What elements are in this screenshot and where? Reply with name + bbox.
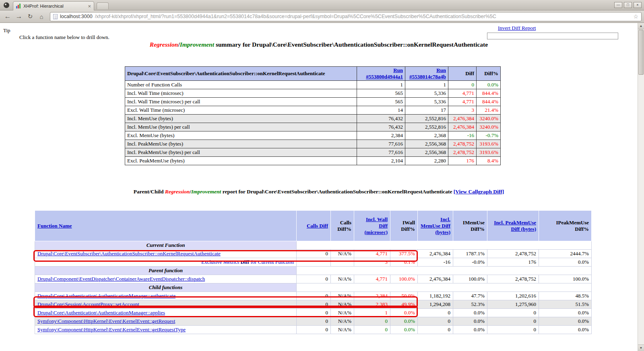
mem-diff-value: 1,182,192 [418, 292, 453, 300]
back-button[interactable]: ← [2, 12, 13, 21]
function-link[interactable]: Symfony\Component\HttpKernel\Event\Kerne… [37, 318, 175, 324]
diff-value: 3 [448, 106, 477, 115]
table-row: Excl. MemUse (bytes) 2,384 2,368 -16 -0.… [125, 131, 501, 140]
run1-header: Run #553800d4944a1 [357, 67, 405, 81]
peak-diff-value: 2,478,752 [487, 250, 539, 258]
diff-value: 2,476,384 [448, 123, 477, 131]
invert-diff-report-link[interactable]: Invert Diff Report [498, 25, 536, 31]
minimize-button[interactable]: — [614, 2, 622, 8]
function-link[interactable]: Drupal\Core\Session\AccountProxy::setAcc… [37, 301, 139, 307]
run1-value: 14 [357, 106, 405, 115]
function-link[interactable]: Drupal\Core\EventSubscriber\Authenticati… [37, 250, 221, 257]
tip-text: Click a function name below to drill dow… [19, 34, 109, 41]
mem-diff-value: 0 [418, 317, 453, 326]
report-title: Regression/Improvement summary for Drupa… [0, 41, 638, 48]
sort-function-name-link[interactable]: Function Name [37, 223, 72, 229]
run1-value: 565 [357, 89, 405, 98]
tab-favicon [16, 3, 21, 9]
calls-diff-value: 0 [297, 300, 331, 309]
calls-diff-pct-value: N/A% [331, 275, 354, 283]
function-link[interactable]: Drupal\Core\Authentication\Authenticatio… [37, 310, 165, 316]
tip-label: Tip [3, 27, 10, 34]
metric-label: Number of Function Calls [125, 81, 357, 89]
peak-diff-pct-value: 48.5% [539, 292, 592, 300]
scroll-up-button[interactable]: ▲ [638, 23, 644, 29]
back-icon: ← [4, 12, 11, 21]
sort-incl-peakmemuse-diff-link[interactable]: Incl. PeakMemUse Diff (bytes) [494, 220, 536, 232]
regression-label: Regression [150, 41, 178, 48]
mem-diff-pct-value: 1787.1% [453, 250, 487, 258]
wall-diff-pct-value: 49.9% [390, 300, 418, 309]
function-link[interactable]: Drupal\Core\Authentication\Authenticatio… [37, 293, 175, 299]
table-row: Incl. MemUse (bytes) per call 76,432 2,5… [125, 123, 501, 131]
wall-diff-value: 2,383 [354, 300, 390, 309]
diff-value: 0 [448, 81, 477, 89]
home-button[interactable]: ⌂ [36, 12, 47, 21]
incl-wall-diff-header: Incl. Wall Diff (microsec) [354, 211, 390, 241]
table-row: Incl. PeakMemUse (bytes) per call 77,616… [125, 148, 501, 157]
imemuse-diff-pct-header: IMemUse Diff% [453, 211, 487, 241]
run1-link[interactable]: Run #553800d4944a1 [366, 67, 403, 80]
tab-close-icon[interactable]: × [88, 4, 91, 9]
reload-button[interactable]: ↻ [25, 12, 35, 21]
mem-diff-value: 2,476,384 [418, 275, 453, 283]
close-button[interactable]: × [634, 2, 642, 8]
forward-icon: → [16, 12, 23, 21]
maximize-button[interactable]: □ [624, 2, 632, 8]
peak-diff-value: 176 [487, 258, 539, 267]
summary-symbol-header: Drupal\Core\EventSubscriber\Authenticati… [125, 67, 357, 81]
exclusive-metrics-row: Exclusive Metrics Diff for Current Funct… [35, 258, 592, 267]
mem-diff-pct-value: 0.0% [453, 317, 487, 326]
scroll-down-button[interactable]: ▼ [638, 345, 644, 351]
diff-pct-header: Diff% [477, 67, 501, 81]
parent-child-table: Function Name Calls Diff Calls Diff% Inc… [35, 210, 592, 334]
peak-diff-value: 2,478,752 [487, 275, 539, 283]
filter-input[interactable] [487, 33, 618, 39]
calls-diff-header: Calls Diff [297, 211, 331, 241]
new-tab-button[interactable] [97, 2, 109, 9]
scrollbar-thumb[interactable] [638, 30, 644, 75]
metric-label: Incl. Wall Time (microsec) [125, 89, 357, 98]
calls-diff-value: 0 [297, 309, 331, 317]
view-callgraph-diff-link[interactable]: [View Callgraph Diff] [454, 189, 504, 195]
regression-label: Regression [165, 189, 190, 195]
metric-label: Incl. PeakMemUse (bytes) [125, 140, 357, 148]
mem-diff-pct-value: 0.0% [453, 326, 487, 334]
run2-value: 2,368 [405, 131, 448, 140]
page-icon [53, 14, 58, 19]
url-bar[interactable]: localhost:3000/xhprof-kit/xhprof/xhprof_… [50, 12, 642, 21]
run2-value: 2,552,816 [405, 123, 448, 131]
wall-diff-value: 0 [354, 326, 390, 334]
diff-value: 4,771 [448, 89, 477, 98]
table-header-row: Function Name Calls Diff Calls Diff% Inc… [35, 211, 592, 241]
peak-diff-pct-value: 0.0% [539, 326, 592, 334]
diff-value: 2,478,752 [448, 148, 477, 157]
calls-diff-pct-value: N/A% [331, 309, 354, 317]
forward-button[interactable]: → [14, 12, 24, 21]
diff-pct-value: 21.4% [477, 106, 501, 115]
sort-calls-diff-link[interactable]: Calls Diff [307, 223, 328, 229]
section-label-child-functions: Child functions [35, 283, 297, 292]
scrollbar[interactable]: ▲ ▼ [638, 23, 644, 351]
function-link[interactable]: Drupal\Component\EventDispatcher\Contain… [37, 276, 205, 282]
arrow-up-icon: ▲ [640, 24, 643, 28]
run2-link[interactable]: Run #5538014c78a4b [409, 67, 446, 80]
function-link[interactable]: Symfony\Component\HttpKernel\Event\Kerne… [37, 326, 186, 333]
bookmark-star-icon[interactable]: ☆ [633, 13, 638, 20]
sort-incl-wall-diff-link[interactable]: Incl. Wall Diff (microsec) [364, 216, 388, 235]
run2-value: 2,552,816 [405, 115, 448, 123]
calls-diff-pct-value: N/A% [331, 317, 354, 326]
calls-diff-value: 0 [297, 317, 331, 326]
metric-label: Incl. Wall Time (microsec) per call [125, 98, 357, 106]
exclusive-metrics-label: Exclusive Metrics Diff for Current Funct… [35, 258, 297, 267]
calls-diff-pct-value: N/A% [331, 326, 354, 334]
diff-value: -16 [448, 131, 477, 140]
table-row: Drupal\Core\EventSubscriber\Authenticati… [35, 250, 592, 258]
sort-incl-memuse-diff-link[interactable]: Incl. MemUse Diff (bytes) [421, 216, 450, 235]
browser-tab[interactable]: XHProf: Hierarchical × [13, 1, 94, 10]
pc-heading-prefix: Parent/Child [134, 189, 165, 195]
table-row: Drupal\Core\Authentication\Authenticatio… [35, 309, 592, 317]
diff-pct-value: 8.4% [477, 157, 501, 165]
section-row: Child functions [35, 283, 592, 292]
table-row: Drupal\Core\Authentication\Authenticatio… [35, 292, 592, 300]
